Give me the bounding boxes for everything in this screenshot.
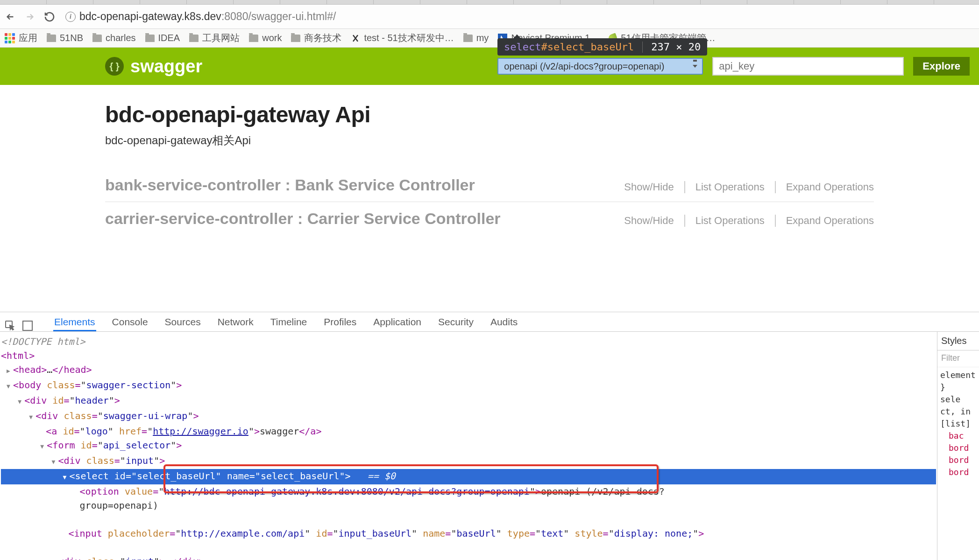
devtools-tab[interactable]: Security bbox=[437, 313, 475, 331]
explore-button[interactable]: Explore bbox=[913, 57, 970, 76]
bookmark-item[interactable]: work bbox=[249, 33, 282, 43]
api-subtitle: bdc-openapi-gateway相关Api bbox=[105, 133, 874, 148]
devtools-inspect-tooltip: select#select_baseUrl 237 × 20 bbox=[497, 38, 707, 56]
devtools-tab[interactable]: Elements bbox=[53, 313, 96, 331]
controller-row: carrier-service-controller : Carrier Ser… bbox=[105, 205, 874, 234]
folder-icon bbox=[189, 35, 199, 42]
site-info-icon[interactable]: i bbox=[65, 12, 76, 22]
elements-tree[interactable]: <!DOCTYPE html><html> <head>…</head> <bo… bbox=[0, 332, 937, 560]
bookmark-item[interactable]: charles bbox=[92, 33, 135, 43]
folder-icon bbox=[92, 35, 102, 42]
bookmark-item[interactable]: 商务技术 bbox=[291, 32, 341, 44]
bookmark-bar: 应用51NBcharlesIDEA工具网站work商务技术test - 51技术… bbox=[0, 29, 979, 48]
controller-name[interactable]: carrier-service-controller : Carrier Ser… bbox=[105, 210, 501, 228]
bookmark-label: work bbox=[262, 33, 282, 43]
base-url-select[interactable]: openapi (/v2/api-docs?group=openapi) bbox=[497, 58, 703, 75]
folder-icon bbox=[291, 35, 300, 42]
back-button[interactable] bbox=[4, 10, 17, 23]
devtools-panel: ElementsConsoleSourcesNetworkTimelinePro… bbox=[0, 312, 979, 560]
apps-icon bbox=[5, 33, 15, 43]
devtools-tab[interactable]: Sources bbox=[164, 313, 202, 331]
bookmark-label: 工具网站 bbox=[202, 32, 240, 44]
controller-action-link[interactable]: Show/Hide bbox=[614, 181, 685, 193]
controller-name[interactable]: bank-service-controller : Bank Service C… bbox=[105, 176, 475, 194]
bookmark-item[interactable]: my bbox=[463, 33, 489, 43]
swagger-logo-icon: { } bbox=[105, 57, 124, 76]
folder-icon bbox=[249, 35, 258, 42]
folder-icon bbox=[463, 35, 473, 42]
devtools-tab[interactable]: Profiles bbox=[323, 313, 357, 331]
controller-action-link[interactable]: List Operations bbox=[685, 215, 776, 227]
inspect-element-icon[interactable] bbox=[5, 320, 16, 331]
url-text: bdc-openapi-gateway.k8s.dev:8080/swagger… bbox=[79, 10, 336, 23]
api-key-input[interactable] bbox=[712, 57, 904, 76]
controller-actions: Show/HideList OperationsExpand Operation… bbox=[614, 181, 874, 193]
devtools-tabs: ElementsConsoleSourcesNetworkTimelinePro… bbox=[0, 312, 979, 332]
forward-button[interactable] bbox=[23, 10, 36, 23]
swagger-logo[interactable]: { } swagger bbox=[105, 56, 202, 77]
devtools-tab[interactable]: Timeline bbox=[270, 313, 308, 331]
styles-filter[interactable]: Filter bbox=[937, 350, 979, 367]
bookmark-label: 商务技术 bbox=[304, 32, 341, 44]
bookmark-item[interactable]: test - 51技术研发中… bbox=[351, 32, 454, 44]
bookmark-label: IDEA bbox=[158, 33, 180, 43]
controller-action-link[interactable]: List Operations bbox=[685, 181, 776, 193]
folder-icon bbox=[145, 35, 155, 42]
controller-row: bank-service-controller : Bank Service C… bbox=[105, 171, 874, 201]
folder-icon bbox=[47, 35, 56, 42]
controller-action-link[interactable]: Show/Hide bbox=[614, 215, 685, 227]
devtools-tab[interactable]: Application bbox=[372, 313, 422, 331]
reload-button[interactable] bbox=[43, 10, 56, 23]
device-toolbar-icon[interactable] bbox=[22, 321, 33, 331]
devtools-tab[interactable]: Audits bbox=[490, 313, 518, 331]
browser-nav-bar: i bdc-openapi-gateway.k8s.dev:8080/swagg… bbox=[0, 5, 979, 29]
bookmark-item[interactable]: 51NB bbox=[47, 33, 83, 43]
swagger-body: bdc-openapi-gateway Api bdc-openapi-gate… bbox=[0, 85, 979, 244]
browser-tab-strip bbox=[0, 0, 979, 5]
bookmark-item[interactable]: IDEA bbox=[145, 33, 180, 43]
controller-action-link[interactable]: Expand Operations bbox=[776, 215, 874, 227]
api-title: bdc-openapi-gateway Api bbox=[105, 102, 874, 127]
bookmark-label: my bbox=[476, 33, 489, 43]
swagger-header: { } swagger openapi (/v2/api-docs?group=… bbox=[0, 48, 979, 85]
address-bar[interactable]: i bdc-openapi-gateway.k8s.dev:8080/swagg… bbox=[63, 10, 975, 23]
styles-tab[interactable]: Styles bbox=[937, 332, 979, 350]
bookmark-item[interactable]: 工具网站 bbox=[189, 32, 240, 44]
controller-action-link[interactable]: Expand Operations bbox=[776, 181, 874, 193]
controller-actions: Show/HideList OperationsExpand Operation… bbox=[614, 215, 874, 227]
bookmark-label: 应用 bbox=[19, 32, 37, 44]
styles-rules: element}select, in[list] bac bord bord b… bbox=[937, 367, 979, 480]
bookmark-label: test - 51技术研发中… bbox=[364, 32, 454, 44]
bookmark-item[interactable]: 应用 bbox=[5, 32, 37, 44]
bookmark-label: 51NB bbox=[60, 33, 83, 43]
swagger-brand-text: swagger bbox=[130, 56, 202, 77]
devtools-tab[interactable]: Console bbox=[111, 313, 149, 331]
styles-panel: Styles Filter element}select, in[list] b… bbox=[937, 332, 979, 560]
devtools-tab[interactable]: Network bbox=[217, 313, 255, 331]
test-icon bbox=[351, 34, 360, 43]
bookmark-label: charles bbox=[106, 33, 135, 43]
